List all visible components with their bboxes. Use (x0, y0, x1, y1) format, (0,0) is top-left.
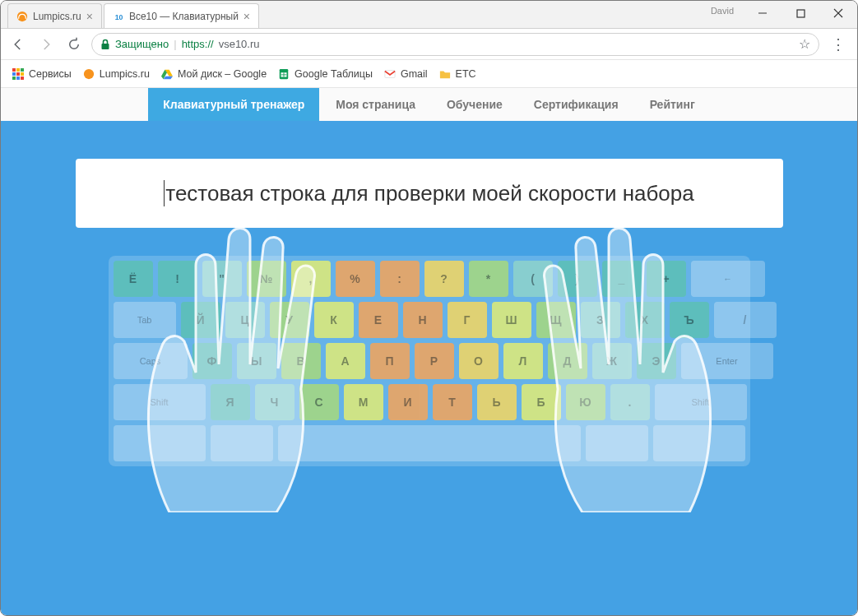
left-hand-icon (120, 200, 392, 512)
tab-strip: David Lumpics.ru × 10 Все10 — Клавиатурн… (1, 1, 857, 29)
omnibox[interactable]: Защищено | https://vse10.ru ☆ (91, 33, 819, 56)
svg-rect-14 (12, 76, 16, 80)
bookmarks-bar: Сервисы Lumpics.ru Мой диск – Google Goo… (1, 60, 857, 88)
page-content: Клавиатурный тренажер Моя страница Обуче… (1, 88, 857, 615)
apps-shortcut[interactable]: Сервисы (12, 68, 72, 80)
browser-window: David Lumpics.ru × 10 Все10 — Клавиатурн… (0, 0, 858, 616)
bookmark-label: ETC (456, 68, 476, 80)
svg-rect-12 (16, 72, 20, 76)
vse10-favicon-icon: 10 (113, 11, 124, 22)
secure-label: Защищено (115, 38, 169, 50)
svg-rect-9 (16, 68, 20, 72)
right-hand-icon (467, 200, 739, 512)
bookmark-item[interactable]: Google Таблицы (278, 68, 373, 80)
trainer-hero: тестовая строка для проверки моей скорос… (1, 121, 857, 615)
bookmark-item[interactable]: Gmail (384, 68, 428, 80)
key-н[interactable]: Н (403, 302, 443, 338)
bookmark-star-icon[interactable]: ☆ (799, 36, 810, 52)
forward-button[interactable] (35, 34, 57, 55)
key-и[interactable]: И (388, 384, 428, 420)
svg-rect-1 (797, 10, 805, 17)
svg-rect-16 (21, 76, 24, 80)
folder-icon (439, 68, 451, 80)
google-sheets-icon (278, 68, 290, 80)
browser-menu-button[interactable]: ⋮ (826, 35, 851, 53)
key-?[interactable]: ? (424, 261, 464, 297)
url-host: vse10.ru (219, 38, 260, 50)
minimize-button[interactable] (744, 1, 781, 25)
address-bar: Защищено | https://vse10.ru ☆ ⋮ (1, 29, 857, 60)
apps-grid-icon (12, 68, 24, 80)
site-nav: Клавиатурный тренажер Моя страница Обуче… (1, 88, 857, 121)
nav-rating[interactable]: Рейтинг (635, 88, 710, 121)
nav-cert[interactable]: Сертификация (519, 88, 633, 121)
key-р[interactable]: Р (415, 343, 454, 379)
bookmark-label: Lumpics.ru (100, 68, 150, 80)
nav-learn[interactable]: Обучение (432, 88, 517, 121)
bookmark-label: Мой диск – Google (178, 68, 267, 80)
svg-text:10: 10 (115, 12, 123, 21)
bookmark-label: Google Таблицы (295, 68, 373, 80)
google-drive-icon (161, 68, 173, 80)
lumpics-favicon-icon (16, 11, 28, 22)
profile-label: David (711, 6, 734, 16)
tab-title: Lumpics.ru (33, 11, 81, 22)
svg-point-17 (84, 68, 94, 78)
tab-vse10[interactable]: 10 Все10 — Клавиатурный × (104, 3, 259, 28)
key-т[interactable]: Т (433, 384, 472, 420)
bookmark-label: Gmail (401, 68, 428, 80)
svg-rect-15 (16, 76, 20, 80)
url-protocol: https:// (182, 38, 214, 50)
nav-my-page[interactable]: Моя страница (321, 88, 430, 121)
bookmark-item[interactable]: Lumpics.ru (83, 68, 150, 80)
bookmark-item[interactable]: ETC (439, 68, 476, 80)
tab-lumpics[interactable]: Lumpics.ru × (7, 3, 102, 28)
svg-rect-10 (21, 68, 24, 72)
close-window-button[interactable] (819, 1, 857, 25)
reload-button[interactable] (63, 34, 85, 55)
maximize-button[interactable] (781, 1, 819, 25)
svg-rect-11 (12, 72, 16, 76)
svg-rect-13 (21, 72, 24, 76)
lumpics-favicon-icon (83, 68, 95, 80)
tab-title: Все10 — Клавиатурный (129, 11, 239, 22)
apps-label: Сервисы (29, 68, 72, 80)
lock-icon (100, 39, 110, 50)
close-icon[interactable]: × (86, 10, 93, 23)
svg-marker-20 (164, 76, 173, 79)
keyboard-container: Ё!"№,%:?*()_+←TabЙЦУКЕНГШЩЗХЪ/CapsФЫВАПР… (109, 256, 750, 466)
close-icon[interactable]: × (243, 10, 250, 23)
back-button[interactable] (7, 34, 29, 55)
window-controls (744, 1, 857, 25)
nav-trainer[interactable]: Клавиатурный тренажер (148, 88, 319, 121)
gmail-icon (384, 68, 396, 80)
svg-rect-8 (12, 68, 16, 72)
bookmark-item[interactable]: Мой диск – Google (161, 68, 267, 80)
svg-rect-7 (102, 44, 109, 49)
